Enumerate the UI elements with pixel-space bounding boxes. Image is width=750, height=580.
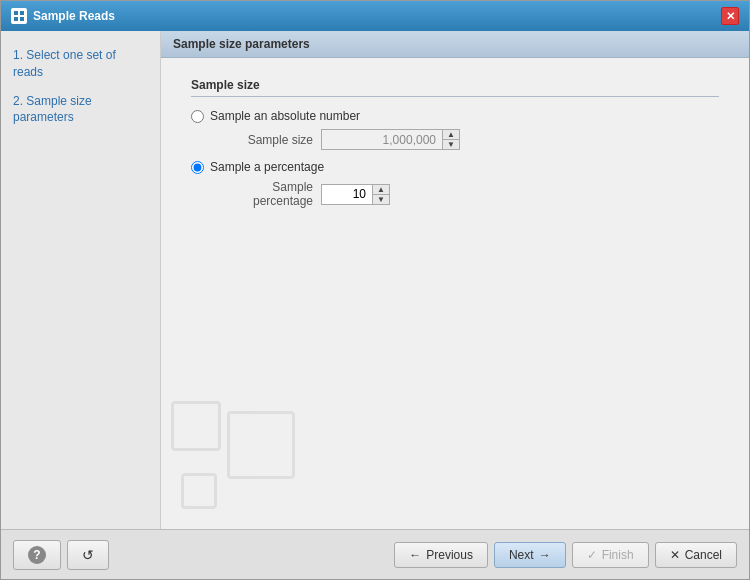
absolute-input-label: Sample size <box>213 133 313 147</box>
title-bar-left: Sample Reads <box>11 8 115 24</box>
sidebar-item-step2[interactable]: 2. Sample size parameters <box>1 87 160 133</box>
radio-option-absolute: Sample an absolute number <box>191 109 719 123</box>
absolute-value-input[interactable] <box>322 130 442 149</box>
bottom-bar: ? ↺ ← Previous Next → ✓ Finish ✕ Cancel <box>1 529 749 579</box>
finish-check-icon: ✓ <box>587 548 597 562</box>
next-button[interactable]: Next → <box>494 542 566 568</box>
sidebar: 1. Select one set of reads 2. Sample siz… <box>1 31 161 529</box>
close-button[interactable]: ✕ <box>721 7 739 25</box>
percentage-spinner: ▲ ▼ <box>321 184 390 205</box>
dialog: Sample Reads ✕ 1. Select one set of read… <box>0 0 750 580</box>
svg-rect-3 <box>20 17 24 21</box>
svg-rect-2 <box>14 17 18 21</box>
absolute-spinner: ▲ ▼ <box>321 129 460 150</box>
absolute-input-row: Sample size ▲ ▼ <box>213 129 719 150</box>
radio-absolute[interactable] <box>191 110 204 123</box>
help-button[interactable]: ? <box>13 540 61 570</box>
dialog-title: Sample Reads <box>33 9 115 23</box>
previous-arrow-icon: ← <box>409 548 421 562</box>
main-content: Sample size parameters Sample size <box>161 31 749 529</box>
percentage-input-row: Sample percentage ▲ ▼ <box>213 180 719 208</box>
reset-button[interactable]: ↺ <box>67 540 109 570</box>
percentage-decrement-button[interactable]: ▼ <box>373 194 389 204</box>
previous-label: Previous <box>426 548 473 562</box>
percentage-value-input[interactable] <box>322 185 372 204</box>
cancel-label: Cancel <box>685 548 722 562</box>
cancel-x-icon: ✕ <box>670 548 680 562</box>
radio-percentage-label[interactable]: Sample a percentage <box>210 160 324 174</box>
next-label: Next <box>509 548 534 562</box>
finish-button[interactable]: ✓ Finish <box>572 542 649 568</box>
cancel-button[interactable]: ✕ Cancel <box>655 542 737 568</box>
radio-option-percentage: Sample a percentage <box>191 160 719 174</box>
next-arrow-icon: → <box>539 548 551 562</box>
sidebar-item-step1[interactable]: 1. Select one set of reads <box>1 41 160 87</box>
bottom-right-buttons: ← Previous Next → ✓ Finish ✕ Cancel <box>394 542 737 568</box>
radio-percentage[interactable] <box>191 161 204 174</box>
svg-rect-0 <box>14 11 18 15</box>
radio-group: Sample an absolute number Sample size ▲ … <box>191 109 719 208</box>
finish-label: Finish <box>602 548 634 562</box>
dialog-body: 1. Select one set of reads 2. Sample siz… <box>1 31 749 529</box>
absolute-decrement-button[interactable]: ▼ <box>443 139 459 149</box>
bottom-left-buttons: ? ↺ <box>13 540 109 570</box>
svg-rect-1 <box>20 11 24 15</box>
step-header: Sample size parameters <box>161 31 749 58</box>
watermark-decoration <box>171 401 295 509</box>
section-title: Sample size <box>191 78 719 97</box>
percentage-spinner-buttons: ▲ ▼ <box>372 185 389 204</box>
help-icon: ? <box>28 546 46 564</box>
radio-absolute-label[interactable]: Sample an absolute number <box>210 109 360 123</box>
app-icon <box>11 8 27 24</box>
previous-button[interactable]: ← Previous <box>394 542 488 568</box>
content-area: Sample size Sample an absolute number Sa… <box>161 58 749 529</box>
reset-icon: ↺ <box>82 547 94 563</box>
title-bar: Sample Reads ✕ <box>1 1 749 31</box>
absolute-spinner-buttons: ▲ ▼ <box>442 130 459 149</box>
absolute-increment-button[interactable]: ▲ <box>443 130 459 139</box>
step-header-label: Sample size parameters <box>173 37 310 51</box>
percentage-increment-button[interactable]: ▲ <box>373 185 389 194</box>
percentage-input-label: Sample percentage <box>213 180 313 208</box>
